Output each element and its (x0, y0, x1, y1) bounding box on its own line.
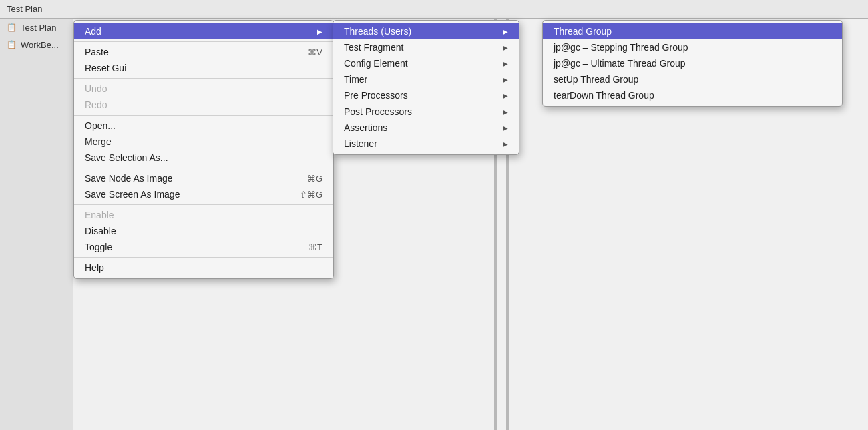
menu-item-save-screen-shortcut: ⇧⌘G (300, 190, 322, 200)
context-menu-level1: Add ▶ Paste ⌘V Reset Gui Undo Redo Open.… (73, 20, 334, 279)
submenu-item-config-label: Config Element (344, 58, 503, 69)
menu-divider-4 (74, 168, 333, 168)
thread-item-teardown-label: tearDown Thread Group (554, 90, 831, 101)
menu-item-add-arrow: ▶ (317, 28, 322, 35)
thread-item-ultimate[interactable]: jp@gc – Ultimate Thread Group (543, 55, 842, 71)
submenu-item-fragment[interactable]: Test Fragment ▶ (333, 39, 519, 55)
submenu-item-config-arrow: ▶ (503, 60, 508, 67)
menu-divider-3 (74, 115, 333, 116)
menu-item-reset-gui[interactable]: Reset Gui (74, 60, 333, 76)
submenu-item-fragment-label: Test Fragment (344, 42, 503, 53)
menu-item-paste-shortcut: ⌘V (308, 47, 322, 57)
menu-item-toggle-label: Toggle (85, 242, 288, 252)
menu-item-undo: Undo (74, 81, 333, 97)
submenu-item-timer-arrow: ▶ (503, 76, 508, 83)
menu-item-toggle-shortcut: ⌘T (308, 242, 322, 252)
submenu-item-listener-arrow: ▶ (503, 140, 508, 148)
sidebar: 📋 Test Plan 📋 WorkBe... (0, 19, 73, 430)
submenu-item-threads-arrow: ▶ (503, 28, 508, 35)
menu-item-enable-label: Enable (85, 210, 322, 220)
menu-item-save-selection[interactable]: Save Selection As... (74, 150, 333, 166)
menu-item-open[interactable]: Open... (74, 118, 333, 134)
thread-item-thread-group-label: Thread Group (554, 26, 831, 37)
menu-item-paste[interactable]: Paste ⌘V (74, 44, 333, 60)
sidebar-item-testplan-label: Test Plan (21, 23, 56, 33)
sidebar-item-workbench-label: WorkBe... (21, 40, 59, 50)
submenu-item-post-processors-label: Post Processors (344, 106, 503, 117)
menu-item-save-node[interactable]: Save Node As Image ⌘G (74, 170, 333, 186)
menu-item-help-label: Help (85, 262, 322, 273)
menu-item-merge[interactable]: Merge (74, 134, 333, 150)
submenu-item-listener[interactable]: Listener ▶ (333, 136, 519, 152)
thread-item-teardown[interactable]: tearDown Thread Group (543, 87, 842, 103)
menu-item-disable-label: Disable (85, 226, 322, 236)
submenu-item-timer-label: Timer (344, 74, 503, 85)
menu-item-reset-gui-label: Reset Gui (85, 63, 322, 73)
thread-item-stepping[interactable]: jp@gc – Stepping Thread Group (543, 39, 842, 55)
menu-item-save-node-label: Save Node As Image (85, 173, 287, 184)
submenu-item-listener-label: Listener (344, 138, 503, 149)
thread-item-setup-label: setUp Thread Group (554, 74, 831, 85)
sidebar-item-testplan[interactable]: 📋 Test Plan (0, 19, 73, 36)
testplan-icon: 📋 (5, 21, 17, 33)
menu-item-save-screen-label: Save Screen As Image (85, 189, 280, 200)
app-title: Test Plan (7, 4, 42, 14)
thread-item-thread-group[interactable]: Thread Group (543, 23, 842, 39)
thread-item-stepping-label: jp@gc – Stepping Thread Group (554, 42, 831, 53)
context-menu-level3: Thread Group jp@gc – Stepping Thread Gro… (542, 20, 843, 107)
menu-divider-6 (74, 257, 333, 258)
menu-divider-5 (74, 204, 333, 205)
menu-item-save-selection-label: Save Selection As... (85, 152, 322, 163)
menu-item-undo-label: Undo (85, 83, 322, 94)
menu-item-paste-label: Paste (85, 47, 288, 57)
menu-item-add[interactable]: Add ▶ (74, 23, 333, 39)
top-bar: Test Plan (0, 0, 868, 19)
context-menu-level2: Threads (Users) ▶ Test Fragment ▶ Config… (333, 20, 519, 155)
submenu-item-pre-processors-label: Pre Processors (344, 90, 503, 101)
menu-item-merge-label: Merge (85, 136, 322, 147)
menu-item-toggle[interactable]: Toggle ⌘T (74, 239, 333, 255)
menu-item-open-label: Open... (85, 120, 322, 131)
workbench-icon: 📋 (5, 39, 17, 51)
menu-item-redo: Redo (74, 97, 333, 113)
thread-item-ultimate-label: jp@gc – Ultimate Thread Group (554, 58, 831, 69)
submenu-item-timer[interactable]: Timer ▶ (333, 71, 519, 87)
submenu-item-assertions[interactable]: Assertions ▶ (333, 120, 519, 136)
submenu-item-config[interactable]: Config Element ▶ (333, 55, 519, 71)
menu-item-redo-label: Redo (85, 99, 322, 110)
submenu-item-post-processors[interactable]: Post Processors ▶ (333, 103, 519, 120)
menu-divider-2 (74, 78, 333, 79)
submenu-item-fragment-arrow: ▶ (503, 44, 508, 51)
menu-item-disable[interactable]: Disable (74, 223, 333, 239)
menu-item-add-label: Add (85, 26, 317, 37)
submenu-item-threads-label: Threads (Users) (344, 26, 503, 37)
submenu-item-pre-processors-arrow: ▶ (503, 92, 508, 99)
submenu-item-pre-processors[interactable]: Pre Processors ▶ (333, 87, 519, 103)
menu-item-help[interactable]: Help (74, 260, 333, 276)
sidebar-item-workbench[interactable]: 📋 WorkBe... (0, 36, 73, 53)
menu-item-save-screen[interactable]: Save Screen As Image ⇧⌘G (74, 186, 333, 202)
menu-item-save-node-shortcut: ⌘G (307, 174, 322, 184)
menu-divider-1 (74, 41, 333, 42)
menu-item-enable: Enable (74, 207, 333, 223)
submenu-item-post-processors-arrow: ▶ (503, 108, 508, 116)
thread-item-setup[interactable]: setUp Thread Group (543, 71, 842, 87)
submenu-item-assertions-arrow: ▶ (503, 124, 508, 132)
submenu-item-threads[interactable]: Threads (Users) ▶ (333, 23, 519, 39)
submenu-item-assertions-label: Assertions (344, 122, 503, 133)
